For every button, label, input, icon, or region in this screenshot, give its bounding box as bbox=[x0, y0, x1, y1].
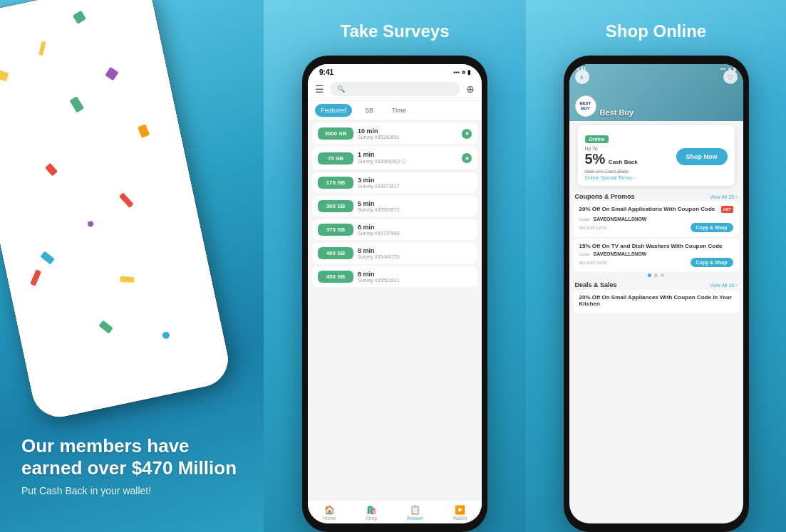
survey-time: 1 min bbox=[358, 151, 457, 158]
offer-card: Online Up To 5% Cash Back Shop Now Was 1… bbox=[578, 125, 735, 186]
sb-badge: 300 SB bbox=[318, 200, 353, 212]
confetti-2 bbox=[69, 96, 84, 113]
terms-link[interactable]: Online Special Terms › bbox=[585, 175, 728, 180]
confetti-1 bbox=[0, 69, 9, 81]
confetti-11 bbox=[38, 41, 46, 56]
home-icon: 🏠 bbox=[324, 505, 335, 515]
watch-icon: ▶️ bbox=[455, 505, 465, 515]
survey-num: Survey #34737688 bbox=[358, 231, 472, 236]
confetti-7 bbox=[119, 192, 134, 208]
status-icons-2: ▪▪▪ ⌾ ▮ bbox=[453, 69, 470, 75]
tabs-row: Featured SB Time bbox=[308, 101, 482, 120]
answer-icon: 📋 bbox=[410, 505, 420, 515]
nav-watch[interactable]: ▶️ Watch bbox=[453, 505, 467, 521]
confetti-10 bbox=[162, 331, 170, 340]
survey-row[interactable]: 300 SB 5 min Survey #35503672 bbox=[312, 196, 477, 217]
confetti-3 bbox=[45, 163, 58, 177]
signal-icon-3: ▪▪▪ bbox=[720, 66, 725, 72]
deals-section-title: Deals & Sales bbox=[575, 281, 617, 288]
dot-3 bbox=[661, 273, 664, 277]
copy-shop-button-2[interactable]: Copy & Shop bbox=[691, 258, 733, 267]
survey-info: 10 min Survey #35280691 bbox=[358, 127, 457, 140]
confetti-13 bbox=[73, 11, 86, 24]
panel3-title: Shop Online bbox=[606, 21, 706, 41]
coupon-footer-2: NO EXP DATE Copy & Shop bbox=[579, 258, 733, 267]
dot-indicators bbox=[569, 273, 743, 277]
code-label-1: Code: bbox=[579, 217, 591, 221]
sb-badge: 3000 SB bbox=[318, 127, 353, 140]
survey-num: Survey #33959363 ⓘ bbox=[358, 158, 457, 165]
survey-row[interactable]: 3000 SB 10 min Survey #35280691 ★ bbox=[312, 123, 477, 144]
tab-time[interactable]: Time bbox=[386, 104, 412, 117]
exp-date-2: NO EXP DATE bbox=[579, 261, 608, 265]
code-row-1: Code: SAVEONSMALLSNOW bbox=[579, 217, 733, 221]
nav-answer[interactable]: 📋 Answer bbox=[407, 505, 423, 521]
nav-home[interactable]: 🏠 Home bbox=[323, 505, 336, 521]
phone-mockup-1 bbox=[0, 0, 214, 427]
online-badge: Online bbox=[585, 135, 609, 143]
cash-back-label: Cash Back bbox=[609, 159, 638, 165]
confetti-12 bbox=[30, 269, 41, 286]
survey-row[interactable]: 400 SB 8 min Survey #35446755 bbox=[312, 243, 477, 264]
status-bar-2: 9:41 ▪▪▪ ⌾ ▮ bbox=[308, 64, 482, 78]
confetti-6 bbox=[105, 67, 118, 80]
deals-section-header: Deals & Sales View All 16 › bbox=[569, 278, 743, 290]
exp-date-1: NO EXP DATE bbox=[579, 226, 608, 230]
copy-shop-button-1[interactable]: Copy & Shop bbox=[691, 223, 733, 232]
nav-shop[interactable]: 🛍️ Shop bbox=[366, 505, 377, 521]
survey-num: Survey #33671517 bbox=[358, 184, 472, 189]
store-header: 9:41 ▪▪▪ ⌾ ▮ ‹ ♡ BESTBUY Best Buy bbox=[569, 64, 743, 121]
survey-row[interactable]: 75 SB 1 min Survey #33959363 ⓘ ★ bbox=[312, 147, 477, 169]
coupons-section-header: Coupons & Promos View All 20 › bbox=[569, 190, 743, 202]
panel1-headline: Our members have earned over $470 Millio… bbox=[21, 435, 242, 479]
status-time-2: 9:41 bbox=[319, 68, 333, 76]
phone-mockup-2: 9:41 ▪▪▪ ⌾ ▮ ☰ 🔍 ⊕ Featured SB Time bbox=[302, 56, 487, 532]
survey-row[interactable]: 175 SB 3 min Survey #33671517 bbox=[312, 172, 477, 193]
survey-info: 8 min Survey #35591811 bbox=[358, 271, 472, 283]
best-buy-logo: BESTBUY bbox=[575, 95, 596, 117]
survey-num: Survey #35591811 bbox=[358, 278, 472, 283]
phone-screen-2: 9:41 ▪▪▪ ⌾ ▮ ☰ 🔍 ⊕ Featured SB Time bbox=[308, 64, 482, 523]
confetti-5 bbox=[120, 276, 134, 283]
phone-body bbox=[0, 0, 233, 422]
survey-row[interactable]: 450 SB 8 min Survey #35591811 bbox=[312, 266, 477, 287]
coupon-title-2: 15% Off On TV and Dish Washers With Coup… bbox=[579, 243, 733, 249]
search-icon: 🔍 bbox=[337, 85, 345, 93]
sb-badge: 375 SB bbox=[318, 224, 353, 236]
deal-item-1: 20% Off On Small Appliances With Coupon … bbox=[574, 290, 739, 313]
sb-badge: 450 SB bbox=[318, 271, 353, 283]
survey-num: Survey #35503672 bbox=[358, 207, 472, 212]
hamburger-icon[interactable]: ☰ bbox=[315, 83, 324, 95]
phone-screen-3: 9:41 ▪▪▪ ⌾ ▮ ‹ ♡ BESTBUY Best Buy bbox=[569, 64, 743, 523]
scroll-area[interactable]: Online Up To 5% Cash Back Shop Now Was 1… bbox=[569, 121, 743, 523]
confetti-14 bbox=[87, 221, 93, 227]
coupon-footer-1: NO EXP DATE Copy & Shop bbox=[579, 223, 733, 232]
tab-featured[interactable]: Featured bbox=[315, 104, 352, 117]
nav-watch-label: Watch bbox=[453, 516, 467, 521]
battery-icon: ▮ bbox=[467, 69, 470, 75]
survey-info: 3 min Survey #33671517 bbox=[358, 177, 472, 189]
signal-icon: ▪▪▪ bbox=[453, 69, 460, 75]
tab-sb[interactable]: SB bbox=[359, 104, 379, 117]
wifi-icon-3: ⌾ bbox=[728, 66, 731, 72]
search-box[interactable]: 🔍 bbox=[330, 82, 460, 96]
status-icons-3: ▪▪▪ ⌾ ▮ bbox=[720, 66, 735, 72]
survey-row[interactable]: 375 SB 6 min Survey #34737688 bbox=[312, 219, 477, 240]
dot-1 bbox=[648, 273, 651, 277]
view-all-coupons[interactable]: View All 20 › bbox=[710, 194, 737, 199]
search-bar: ☰ 🔍 ⊕ bbox=[308, 78, 482, 101]
panel2-title: Take Surveys bbox=[341, 21, 450, 41]
view-all-deals[interactable]: View All 16 › bbox=[710, 283, 737, 288]
survey-time: 5 min bbox=[358, 200, 472, 207]
code-value-1: SAVEONSMALLSNOW bbox=[594, 217, 647, 221]
coupon-item-2: 15% Off On TV and Dish Washers With Coup… bbox=[574, 239, 739, 271]
confetti-9 bbox=[138, 124, 150, 137]
dot-2 bbox=[654, 273, 658, 277]
coupons-section-title: Coupons & Promos bbox=[575, 193, 635, 200]
survey-time: 8 min bbox=[358, 271, 472, 278]
filter-icon[interactable]: ⊕ bbox=[466, 83, 475, 95]
shop-now-button[interactable]: Shop Now bbox=[676, 148, 728, 165]
deal-title-1: 20% Off On Small Appliances With Coupon … bbox=[579, 294, 733, 307]
confetti-area bbox=[0, 0, 233, 422]
survey-info: 5 min Survey #35503672 bbox=[358, 200, 472, 212]
